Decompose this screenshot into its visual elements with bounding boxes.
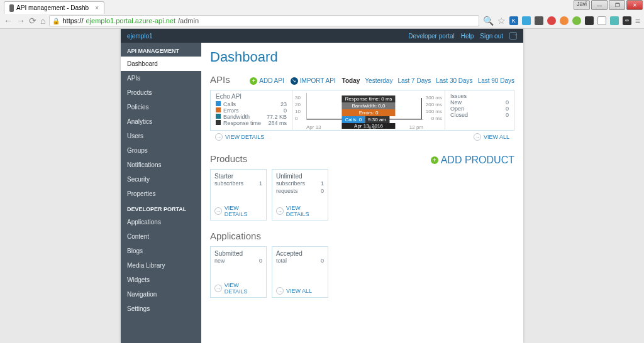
- sidebar-item-blogs[interactable]: Blogs: [121, 244, 201, 258]
- signout-icon[interactable]: [509, 32, 517, 40]
- range-last-90-days[interactable]: Last 90 Days: [478, 77, 514, 84]
- issue-new: New0: [450, 99, 509, 106]
- ext-icon-5[interactable]: [560, 16, 569, 25]
- sidebar-item-notifications[interactable]: Notifications: [121, 158, 201, 172]
- application-cards: Submittednew0→ VIEW DETAILSAcceptedtotal…: [210, 246, 514, 298]
- metric-errors: Errors0: [216, 107, 287, 114]
- ext-icon-3[interactable]: [535, 16, 543, 25]
- plus-icon: +: [250, 77, 257, 85]
- arrow-icon: →: [276, 287, 284, 295]
- home-button[interactable]: ⌂: [40, 16, 45, 26]
- sidebar-item-analytics[interactable]: Analytics: [121, 114, 201, 129]
- api-view-all-link[interactable]: →VIEW ALL: [474, 133, 509, 141]
- add-api-button[interactable]: +ADD API: [250, 77, 284, 85]
- ext-icon-8[interactable]: [597, 16, 606, 25]
- tab-favicon: [9, 4, 14, 12]
- tab-strip: API management - Dashb ×: [0, 0, 644, 14]
- issue-open: Open0: [450, 106, 509, 112]
- sidebar-section-api: API MANAGEMENT: [121, 43, 201, 57]
- sidebar-item-content[interactable]: Content: [121, 229, 201, 244]
- product-cards: Startersubscribers1→ VIEW DETAILSUnlimit…: [210, 169, 514, 220]
- product-card-starter: Startersubscribers1→ VIEW DETAILS: [210, 169, 267, 220]
- main-content: Dashboard APIs +ADD API ↘IMPORT API Toda…: [201, 43, 523, 310]
- signout-link[interactable]: Sign out: [480, 33, 503, 40]
- ext-icon-6[interactable]: [572, 16, 581, 25]
- sidebar-item-media-library[interactable]: Media Library: [121, 258, 201, 273]
- sidebar-section-dev: DEVELOPER PORTAL: [121, 201, 201, 215]
- sidebar-item-security[interactable]: Security: [121, 172, 201, 187]
- address-bar[interactable]: 🔒 https://ejemplo1.portal.azure-api.net/…: [49, 15, 479, 26]
- card-title: Unlimited: [276, 173, 324, 180]
- chart-series-spike: [421, 98, 422, 119]
- view-details-label: VIEW DETAILS: [225, 134, 264, 140]
- back-button[interactable]: ←: [4, 16, 13, 26]
- developer-portal-link[interactable]: Developer portal: [408, 33, 454, 40]
- card-footer-link[interactable]: → VIEW DETAILS: [214, 205, 262, 217]
- api-view-details-link[interactable]: →VIEW DETAILS: [215, 133, 264, 141]
- sidebar-item-settings[interactable]: Settings: [121, 302, 201, 316]
- ext-icon-4[interactable]: [547, 16, 556, 25]
- add-product-button[interactable]: +ADD PRODUCT: [431, 155, 514, 166]
- sidebar-item-applications[interactable]: Applications: [121, 215, 201, 229]
- arrow-icon: →: [276, 207, 284, 215]
- reload-button[interactable]: ⟳: [29, 16, 36, 26]
- range-last-30-days[interactable]: Last 30 Days: [436, 77, 472, 84]
- brand-name: ejemplo1: [127, 33, 153, 40]
- sidebar-item-properties[interactable]: Properties: [121, 187, 201, 201]
- import-icon: ↘: [291, 77, 298, 85]
- import-api-button[interactable]: ↘IMPORT API: [291, 77, 336, 85]
- window-maximize-button[interactable]: ❐: [609, 0, 625, 10]
- sidebar-item-groups[interactable]: Groups: [121, 143, 201, 158]
- range-yesterday[interactable]: Yesterday: [365, 77, 392, 84]
- zoom-icon[interactable]: 🔍: [483, 16, 494, 26]
- star-icon[interactable]: ☆: [497, 16, 506, 26]
- browser-tab-active[interactable]: API management - Dashb ×: [4, 1, 104, 14]
- viewport: ejemplo1 API MANAGEMENT DashboardAPIsPro…: [0, 29, 644, 343]
- tooltip-rt: Response time: 0 ms: [341, 95, 395, 102]
- help-link[interactable]: Help: [461, 33, 474, 40]
- add-product-label: ADD PRODUCT: [441, 155, 514, 166]
- api-issues: Issues New0Open0Closed0: [445, 90, 514, 130]
- window-close-button[interactable]: ✕: [626, 0, 643, 10]
- window-minimize-button[interactable]: —: [591, 0, 608, 10]
- ext-icon-mask[interactable]: ∞: [623, 16, 631, 25]
- card-title: Accepted: [276, 250, 324, 257]
- sidebar-api-items: DashboardAPIsProductsPoliciesAnalyticsUs…: [121, 57, 201, 201]
- view-all-label: VIEW ALL: [484, 134, 509, 140]
- sidebar-item-widgets[interactable]: Widgets: [121, 273, 201, 287]
- chart-x-start: Apr 13: [306, 124, 321, 130]
- close-tab-icon[interactable]: ×: [95, 4, 99, 11]
- ext-icon-2[interactable]: [522, 16, 531, 25]
- chart-x-end: 12 pm: [409, 124, 423, 130]
- sidebar-item-navigation[interactable]: Navigation: [121, 287, 201, 302]
- card-title: Starter: [214, 173, 262, 180]
- card-title: Submitted: [214, 250, 262, 257]
- ext-icon-7[interactable]: [585, 16, 594, 25]
- sidebar-item-products[interactable]: Products: [121, 85, 201, 100]
- plus-icon: +: [431, 156, 438, 164]
- browser-chrome: API management - Dashb × Javi — ❐ ✕ ← → …: [0, 0, 644, 29]
- ext-icon-9[interactable]: [610, 16, 619, 25]
- card-footer-link[interactable]: → VIEW ALL: [276, 287, 324, 295]
- sidebar-item-apis[interactable]: APIs: [121, 71, 201, 85]
- menu-icon[interactable]: ≡: [635, 16, 640, 26]
- ext-icon-k[interactable]: K: [509, 16, 518, 25]
- app-frame: ejemplo1 API MANAGEMENT DashboardAPIsPro…: [121, 29, 523, 343]
- apis-header-row: APIs +ADD API ↘IMPORT API TodayYesterday…: [210, 74, 514, 87]
- applications-header: Applications: [210, 231, 514, 244]
- url-host: ejemplo1.portal.azure-api.net: [86, 17, 175, 24]
- sidebar-item-users[interactable]: Users: [121, 129, 201, 143]
- window-controls: Javi — ❐ ✕: [574, 0, 643, 10]
- card-footer-link[interactable]: → VIEW DETAILS: [276, 205, 324, 217]
- chart-y-right: 300 ms200 ms100 ms0 ms: [426, 94, 442, 122]
- issue-closed: Closed0: [450, 112, 509, 118]
- range-last-7-days[interactable]: Last 7 Days: [397, 77, 431, 84]
- range-today[interactable]: Today: [342, 77, 360, 84]
- app-topbar: Developer portal Help Sign out: [201, 29, 523, 43]
- browser-toolbar: ← → ⟳ ⌂ 🔒 https://ejemplo1.portal.azure-…: [0, 14, 644, 28]
- forward-button[interactable]: →: [16, 16, 25, 26]
- card-footer-link[interactable]: → VIEW DETAILS: [214, 282, 262, 295]
- sidebar-item-dashboard[interactable]: Dashboard: [121, 57, 201, 71]
- url-prefix: https://: [62, 17, 83, 24]
- sidebar-item-policies[interactable]: Policies: [121, 100, 201, 114]
